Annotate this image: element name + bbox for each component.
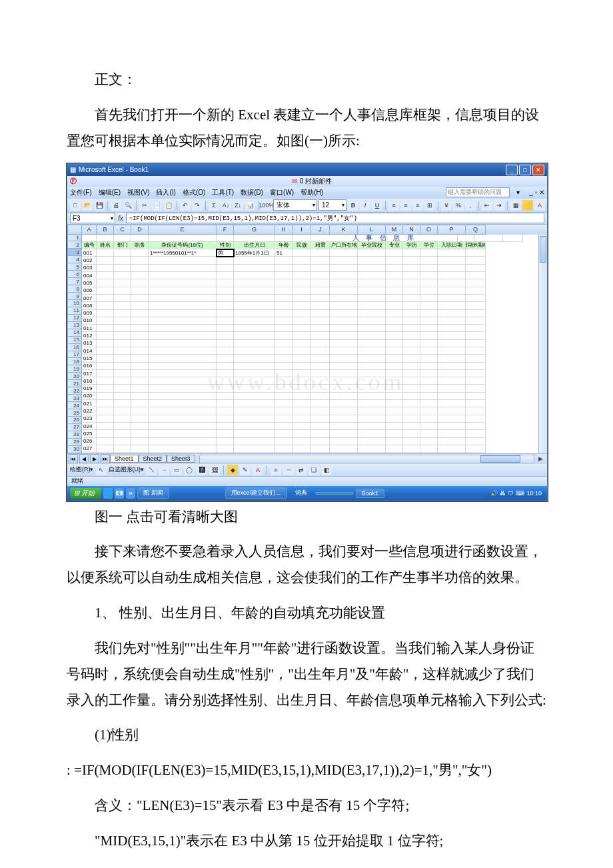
cell[interactable] xyxy=(420,407,438,415)
cell[interactable] xyxy=(438,340,466,347)
menu-window[interactable]: 窗口(W) xyxy=(270,188,294,197)
cell[interactable]: 010 xyxy=(82,317,97,325)
cell[interactable] xyxy=(131,317,149,325)
column-header[interactable]: M xyxy=(386,225,403,235)
cell[interactable] xyxy=(420,332,438,339)
taskbar-item[interactable]: 用excel建立我们… xyxy=(225,487,287,499)
cell[interactable] xyxy=(149,325,217,332)
cell[interactable] xyxy=(234,393,275,400)
italic-button[interactable]: I xyxy=(360,200,370,211)
cell[interactable] xyxy=(358,279,386,287)
cell[interactable] xyxy=(234,415,275,423)
cell[interactable] xyxy=(293,249,311,257)
cell[interactable] xyxy=(149,347,217,355)
open-button[interactable]: 📂 xyxy=(82,200,93,211)
line-button[interactable]: ＼ xyxy=(146,465,157,475)
cell[interactable] xyxy=(311,295,330,302)
cell[interactable] xyxy=(466,302,486,309)
preview-button[interactable]: 🔍 xyxy=(123,200,133,211)
cell[interactable] xyxy=(311,445,330,453)
cell[interactable] xyxy=(293,332,311,339)
cell[interactable] xyxy=(438,249,466,257)
cut-button[interactable]: ✂ xyxy=(139,200,150,211)
cell[interactable] xyxy=(458,235,475,242)
cell[interactable] xyxy=(311,317,330,325)
cell[interactable]: 职务 xyxy=(131,242,149,249)
cell[interactable] xyxy=(330,423,358,430)
cell[interactable] xyxy=(358,445,386,453)
cell[interactable] xyxy=(293,347,311,355)
cell[interactable]: 012 xyxy=(82,332,97,339)
cell[interactable] xyxy=(149,272,217,279)
cell[interactable] xyxy=(420,393,438,400)
cell[interactable] xyxy=(466,355,486,362)
cell[interactable] xyxy=(131,347,149,355)
shadow-button[interactable]: ❏ xyxy=(308,465,319,475)
cell[interactable] xyxy=(114,363,131,370)
cell[interactable] xyxy=(234,377,275,385)
cell[interactable] xyxy=(97,272,114,279)
cell[interactable] xyxy=(275,302,293,309)
cell[interactable] xyxy=(114,249,131,257)
cell[interactable] xyxy=(131,370,149,377)
cell[interactable] xyxy=(275,438,293,445)
font-size-select[interactable]: 12 xyxy=(318,199,346,211)
cell[interactable] xyxy=(217,407,234,415)
cell[interactable] xyxy=(275,445,293,453)
cell[interactable] xyxy=(420,347,438,355)
save-button[interactable]: 💾 xyxy=(94,200,105,211)
cell[interactable]: 009 xyxy=(82,310,97,317)
row-number[interactable]: 21 xyxy=(67,380,82,387)
cell[interactable] xyxy=(403,385,420,392)
cell[interactable] xyxy=(275,310,293,317)
cell[interactable]: 021 xyxy=(82,400,97,407)
cell[interactable] xyxy=(386,295,403,302)
row-number[interactable]: 12 xyxy=(67,315,82,322)
cell[interactable] xyxy=(114,355,131,362)
cell[interactable] xyxy=(149,370,217,377)
line-style-button[interactable]: ≡ xyxy=(271,465,281,475)
taskbar-item[interactable] xyxy=(171,492,223,495)
cell[interactable] xyxy=(403,249,420,257)
draw-menu[interactable]: 绘图(R)▾ xyxy=(70,465,94,474)
cell[interactable] xyxy=(311,370,330,377)
cell[interactable] xyxy=(311,355,330,362)
cell[interactable] xyxy=(131,325,149,332)
cell[interactable] xyxy=(114,332,131,339)
cell[interactable] xyxy=(275,385,293,392)
start-button[interactable]: ⊞ 开始 xyxy=(70,488,101,499)
cell[interactable] xyxy=(466,332,486,339)
cell[interactable] xyxy=(403,317,420,325)
cell[interactable] xyxy=(234,272,275,279)
cell[interactable] xyxy=(114,295,131,302)
tab-nav-first[interactable]: ⏮ xyxy=(69,454,78,463)
cell[interactable] xyxy=(475,235,503,242)
cell[interactable] xyxy=(358,302,386,309)
row-number[interactable]: 6 xyxy=(67,271,82,278)
menu-insert[interactable]: 插入(I) xyxy=(156,188,175,197)
cell[interactable] xyxy=(149,265,217,272)
cell[interactable] xyxy=(311,272,330,279)
cell[interactable] xyxy=(386,423,403,430)
chart-button[interactable]: 📊 xyxy=(245,200,255,211)
cell[interactable] xyxy=(234,265,275,272)
cell[interactable]: 027 xyxy=(82,445,97,453)
cell[interactable] xyxy=(330,340,358,347)
cell[interactable] xyxy=(234,430,275,437)
cell[interactable] xyxy=(97,340,114,347)
cell[interactable] xyxy=(386,265,403,272)
column-header[interactable]: J xyxy=(311,225,330,235)
cell[interactable] xyxy=(293,445,311,453)
cell[interactable] xyxy=(114,393,131,400)
cell[interactable] xyxy=(131,423,149,430)
comma-button[interactable]: , xyxy=(465,200,476,211)
cell[interactable] xyxy=(131,257,149,264)
cell[interactable] xyxy=(311,310,330,317)
cell[interactable] xyxy=(386,430,403,437)
dash-style-button[interactable]: ┄ xyxy=(283,465,294,475)
column-header[interactable]: B xyxy=(97,225,114,235)
cell[interactable] xyxy=(217,332,234,339)
cell[interactable]: 编号 xyxy=(82,242,97,249)
cell[interactable] xyxy=(420,438,438,445)
cell[interactable] xyxy=(420,317,438,325)
